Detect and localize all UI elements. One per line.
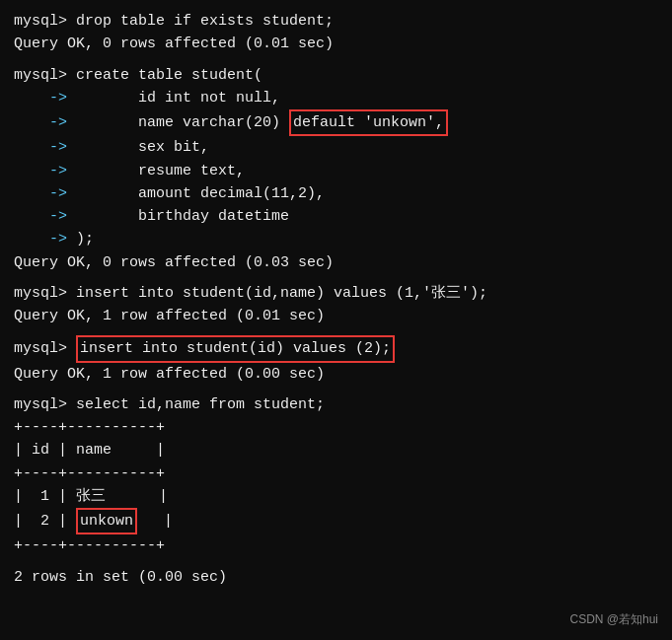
- highlight-default: default 'unkown',: [289, 109, 448, 136]
- table-row-2: | 2 | unkown |: [14, 508, 658, 534]
- arrow: ->: [14, 136, 67, 159]
- watermark: CSDN @若知hui: [569, 611, 658, 628]
- cell-pad: |: [137, 510, 173, 533]
- border: +----+----------+: [14, 534, 165, 557]
- line-footer: 2 rows in set (0.00 sec): [14, 566, 658, 589]
- line-close: -> );: [14, 228, 658, 250]
- header: | id | name |: [14, 439, 165, 462]
- line-name: -> name varchar(20) default 'unkown',: [14, 109, 658, 136]
- line-create-result: Query OK, 0 rows affected (0.03 sec): [14, 251, 658, 274]
- arrow: ->: [14, 87, 67, 109]
- cmd-text: select id,name from student;: [76, 393, 325, 416]
- prompt: mysql>: [14, 393, 76, 416]
- cell-pipe: |: [49, 510, 76, 533]
- line-sex: -> sex bit,: [14, 136, 658, 159]
- prompt: mysql>: [14, 282, 76, 305]
- cell-name: 张三: [76, 485, 159, 508]
- result-text: Query OK, 0 rows affected (0.03 sec): [14, 251, 334, 274]
- cell-pipe: |: [14, 510, 32, 533]
- cmd-text: amount decimal(11,2),: [67, 182, 325, 205]
- line-create-cmd: mysql> create table student(: [14, 64, 658, 87]
- arrow: ->: [14, 182, 67, 205]
- prompt: mysql>: [14, 64, 76, 87]
- prompt: mysql>: [14, 337, 76, 360]
- result-text: Query OK, 1 row affected (0.00 sec): [14, 363, 325, 386]
- cell-pipe: |: [49, 485, 76, 508]
- line-drop-cmd: mysql> drop table if exists student;: [14, 10, 658, 33]
- cmd-text: create table student(: [76, 64, 262, 87]
- line-drop-result: Query OK, 0 rows affected (0.01 sec): [14, 33, 658, 55]
- table-border-top: +----+----------+: [14, 416, 658, 439]
- cmd-text: insert into student(id,name) values (1,'…: [76, 282, 487, 305]
- table-header: | id | name |: [14, 439, 658, 462]
- prompt: mysql>: [14, 10, 76, 33]
- cell-pipe: |: [159, 485, 168, 508]
- result-text: 2 rows in set (0.00 sec): [14, 566, 227, 589]
- line-birthday: -> birthday datetime: [14, 205, 658, 228]
- cmd-text: drop table if exists student;: [76, 10, 334, 33]
- highlight-insert2: insert into student(id) values (2);: [76, 335, 395, 362]
- cmd-text: id int not null,: [67, 87, 280, 109]
- border: +----+----------+: [14, 416, 165, 439]
- arrow: ->: [14, 160, 67, 182]
- border: +----+----------+: [14, 462, 165, 485]
- line-select-cmd: mysql> select id,name from student;: [14, 393, 658, 416]
- cmd-text: );: [67, 228, 94, 250]
- result-text: Query OK, 0 rows affected (0.01 sec): [14, 33, 334, 55]
- arrow: ->: [14, 228, 67, 250]
- table-border-mid: +----+----------+: [14, 462, 658, 485]
- arrow: ->: [14, 205, 67, 228]
- line-insert2-cmd: mysql> insert into student(id) values (2…: [14, 335, 658, 362]
- cell-pipe: |: [14, 485, 32, 508]
- arrow: ->: [14, 111, 67, 134]
- cell-id: 1: [32, 485, 49, 508]
- result-text: Query OK, 1 row affected (0.01 sec): [14, 305, 325, 327]
- cell-id: 2: [32, 510, 49, 533]
- line-insert1-result: Query OK, 1 row affected (0.01 sec): [14, 305, 658, 327]
- table-row-1: | 1 | 张三 |: [14, 485, 658, 508]
- line-amount: -> amount decimal(11,2),: [14, 182, 658, 205]
- cmd-text: birthday datetime: [67, 205, 289, 228]
- table-border-bot: +----+----------+: [14, 534, 658, 557]
- line-resume: -> resume text,: [14, 160, 658, 182]
- highlight-unkown: unkown: [76, 508, 137, 534]
- cmd-text: sex bit,: [67, 136, 209, 159]
- line-id: -> id int not null,: [14, 87, 658, 109]
- cmd-text: resume text,: [67, 160, 245, 182]
- terminal: mysql> drop table if exists student; Que…: [14, 10, 658, 589]
- cmd-text: name varchar(20): [67, 111, 289, 134]
- line-insert1-cmd: mysql> insert into student(id,name) valu…: [14, 282, 658, 305]
- line-insert2-result: Query OK, 1 row affected (0.00 sec): [14, 363, 658, 386]
